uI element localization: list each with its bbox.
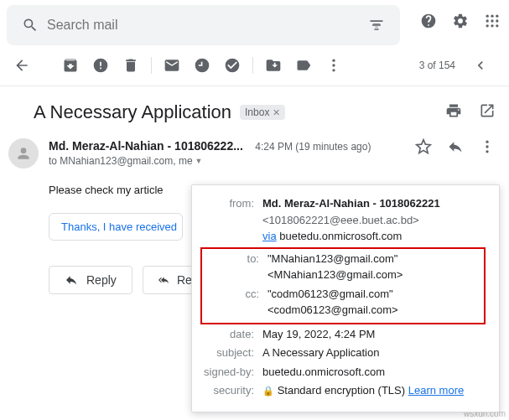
short-date: 4:24 PM (19 minutes ago) — [255, 141, 371, 153]
sender-actions — [415, 138, 496, 158]
more-icon[interactable] — [319, 50, 349, 80]
svg-point-13 — [486, 145, 488, 148]
label-name: Inbox — [245, 106, 269, 118]
sender-row: Md. Meraz-Al-Nahian - 101806222... 4:24 … — [0, 130, 509, 169]
archive-icon[interactable] — [55, 50, 86, 80]
subject-value: A Necessary Application — [262, 345, 486, 361]
cc-value: "codm06123@gmail.com" <codm06123@gmail.c… — [267, 286, 480, 319]
date-label: date: — [200, 326, 262, 343]
security-value: 🔒 Standard encryption (TLS) Learn more — [262, 382, 486, 399]
svg-point-3 — [486, 19, 489, 22]
show-details-icon[interactable]: ▼ — [195, 157, 203, 165]
recipients-text: to MNahian123@gmail.com, me — [49, 155, 193, 167]
back-icon[interactable] — [7, 50, 37, 80]
svg-point-9 — [332, 60, 335, 62]
from-label: from: — [200, 195, 262, 212]
print-icon[interactable] — [445, 102, 462, 122]
spam-icon[interactable] — [86, 50, 116, 80]
subject-text: A Necessary Application — [34, 101, 231, 123]
message-more-icon[interactable] — [479, 138, 496, 158]
svg-point-14 — [486, 150, 488, 153]
svg-point-2 — [496, 15, 498, 18]
reply-icon[interactable] — [447, 138, 464, 158]
prev-icon[interactable] — [465, 50, 496, 80]
recipients-line: to MNahian123@gmail.com, me ▼ — [49, 155, 405, 167]
svg-point-4 — [491, 19, 493, 22]
pagination-text: 3 of 154 — [419, 60, 455, 71]
mark-unread-icon[interactable] — [157, 50, 187, 80]
svg-point-12 — [486, 141, 488, 143]
lock-icon: 🔒 — [262, 386, 274, 396]
mail-toolbar: 3 of 154 — [0, 45, 509, 86]
learn-more-link[interactable]: Learn more — [408, 384, 464, 397]
via-link[interactable]: via — [262, 230, 277, 242]
labels-icon[interactable] — [288, 50, 319, 80]
toolbar-divider — [252, 57, 253, 74]
subject-label: subject: — [200, 345, 262, 361]
from-value: Md. Meraz-Al-Nahian - 1018062221 <101806… — [262, 195, 486, 245]
delete-icon[interactable] — [116, 50, 146, 80]
avatar[interactable] — [8, 138, 39, 169]
top-icons — [407, 13, 509, 33]
apps-icon[interactable] — [484, 13, 501, 33]
label-remove-icon[interactable]: ✕ — [273, 107, 280, 118]
to-cc-highlight: to: "MNahian123@gmail.com" <MNahian123@g… — [200, 247, 486, 324]
svg-point-6 — [486, 24, 489, 27]
svg-point-10 — [332, 64, 335, 66]
sender-name: Md. Meraz-Al-Nahian - 101806222... — [49, 139, 243, 153]
reply-label: Reply — [86, 273, 117, 287]
date-value: May 19, 2022, 4:24 PM — [262, 326, 486, 343]
svg-point-8 — [496, 24, 498, 27]
search-options-icon[interactable] — [360, 17, 393, 34]
label-chip[interactable]: Inbox ✕ — [240, 105, 285, 120]
svg-point-5 — [496, 19, 498, 22]
add-task-icon[interactable] — [217, 50, 247, 80]
move-to-icon[interactable] — [258, 50, 288, 80]
toolbar-divider — [151, 57, 152, 74]
reply-all-label: Re — [177, 273, 192, 287]
svg-point-0 — [486, 15, 489, 18]
smart-reply-1[interactable]: Thanks, I have received — [49, 213, 183, 241]
to-value: "MNahian123@gmail.com" <MNahian123@gmail… — [267, 251, 480, 283]
star-icon[interactable] — [415, 138, 432, 158]
svg-point-1 — [491, 15, 493, 18]
cc-label: cc: — [205, 286, 267, 303]
settings-icon[interactable] — [452, 13, 469, 33]
svg-point-11 — [332, 69, 335, 71]
open-new-window-icon[interactable] — [479, 102, 496, 122]
reply-button[interactable]: Reply — [49, 266, 132, 294]
signed-value: buetedu.onmicrosoft.com — [262, 364, 486, 381]
subject-row: A Necessary Application Inbox ✕ — [0, 86, 509, 130]
details-popup: from: Md. Meraz-Al-Nahian - 1018062221 <… — [191, 184, 500, 412]
header-row — [0, 0, 509, 45]
svg-point-7 — [491, 24, 493, 27]
to-label: to: — [205, 251, 267, 267]
signed-label: signed-by: — [200, 364, 262, 381]
search-input[interactable] — [47, 18, 360, 33]
search-bar[interactable] — [7, 5, 400, 45]
snooze-icon[interactable] — [187, 50, 217, 80]
help-icon[interactable] — [420, 13, 437, 33]
search-icon[interactable] — [13, 17, 47, 34]
security-label: security: — [200, 382, 262, 399]
sender-info: Md. Meraz-Al-Nahian - 101806222... 4:24 … — [49, 138, 405, 167]
